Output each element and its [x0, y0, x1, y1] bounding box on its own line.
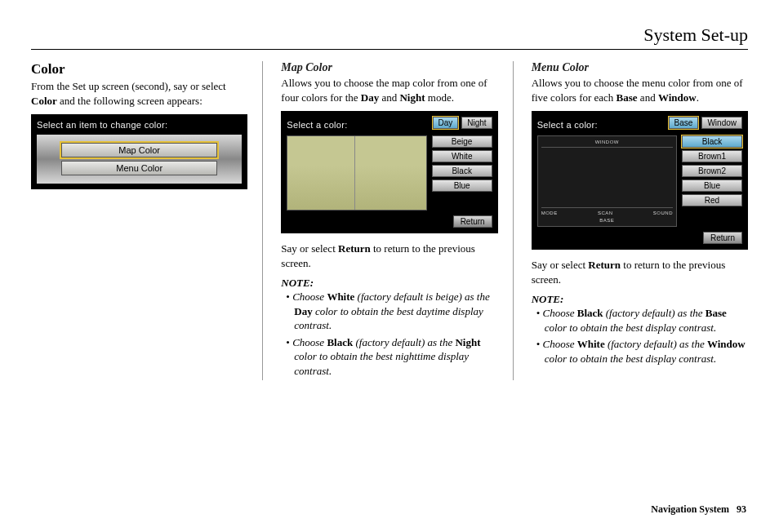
- return-instruction-menu: Say or select Return to return to the pr…: [532, 258, 748, 286]
- text: Choose: [292, 290, 327, 303]
- heading-menu-color: Menu Color: [532, 61, 748, 74]
- ss2-color-options: Beige White Black Blue: [432, 135, 492, 192]
- bold-word: Day: [294, 305, 312, 317]
- text: .: [697, 91, 699, 104]
- return-word: Return: [338, 242, 371, 255]
- note-label-map: NOTE:: [281, 277, 497, 290]
- ss3-preview-base-label: BASE: [541, 218, 673, 223]
- heading-map-color: Map Color: [281, 61, 497, 74]
- return-word: Return: [588, 259, 621, 271]
- content-columns: Color From the Set up screen (second), s…: [31, 61, 748, 380]
- text: and: [638, 91, 658, 104]
- text: and: [379, 91, 399, 104]
- note-item: Choose Black (factory default) as the Ni…: [283, 335, 497, 379]
- ss1-menu-list: Map Color Menu Color: [37, 135, 242, 184]
- ss2-color-blue[interactable]: Blue: [432, 180, 492, 192]
- text: color to obtain the best display contras…: [545, 352, 717, 365]
- ss3-color-options: Black Brown1 Brown2 Blue Red: [682, 135, 742, 206]
- night-word: Night: [399, 91, 425, 104]
- text: screen (second), say or select: [99, 80, 225, 92]
- ss3-color-red[interactable]: Red: [682, 194, 742, 206]
- ss2-tab-row: Day Night: [433, 117, 492, 129]
- page-title: System Set-up: [31, 24, 748, 50]
- ss3-color-brown2[interactable]: Brown2: [682, 165, 742, 177]
- footer-label: Navigation System: [651, 503, 729, 515]
- ss3-menu-preview: WINDOW MODE SCAN SOUND BASE: [537, 135, 677, 227]
- heading-color: Color: [31, 61, 247, 78]
- window-word: Window: [658, 91, 697, 104]
- ss3-return-row: Return: [537, 232, 742, 244]
- return-instruction-map: Say or select Return to return to the pr…: [281, 242, 497, 270]
- screenshot-map-color: Select a color: Day Night Beige White Bl…: [281, 111, 497, 233]
- text: From the: [31, 80, 73, 92]
- bold-word: White: [577, 338, 605, 350]
- screenshot-menu-color: Select a color: Base Window WINDOW MODE …: [532, 111, 748, 250]
- note-item: Choose White (factory default) as the Wi…: [533, 337, 748, 366]
- page-footer: Navigation System 93: [651, 503, 746, 516]
- column-map-color: Map Color Allows you to choose the map c…: [281, 61, 513, 380]
- ss2-color-beige[interactable]: Beige: [432, 135, 492, 148]
- text: Say or select: [281, 242, 338, 255]
- ss3-preview-sound-label: SOUND: [653, 211, 673, 215]
- ss2-tab-night[interactable]: Night: [461, 117, 492, 129]
- text: Choose: [542, 307, 576, 319]
- text: (factory default) as the: [605, 338, 707, 350]
- ss3-prompt: Select a color:: [537, 120, 598, 130]
- ss3-color-blue[interactable]: Blue: [682, 180, 742, 192]
- text: Choose: [542, 338, 576, 350]
- text: and the following screen appears:: [57, 95, 203, 107]
- text: (factory default is beige) as the: [354, 290, 489, 303]
- ss2-return-row: Return: [287, 215, 492, 228]
- footer-page-number: 93: [737, 503, 746, 515]
- intro-color: From the Set up screen (second), say or …: [31, 79, 247, 108]
- bold-word: Black: [577, 307, 603, 319]
- ss3-preview-scan-label: SCAN: [598, 211, 613, 215]
- bold-word: Window: [707, 338, 746, 350]
- ss2-map-preview: [287, 135, 426, 211]
- ss2-color-white[interactable]: White: [432, 150, 492, 162]
- bold-word: Base: [706, 307, 727, 319]
- ss3-return-button[interactable]: Return: [703, 232, 742, 244]
- ss2-color-black[interactable]: Black: [432, 165, 492, 177]
- ss2-prompt: Select a color:: [287, 120, 347, 130]
- note-list-map: Choose White (factory default is beige) …: [281, 290, 497, 378]
- column-menu-color: Menu Color Allows you to choose the menu…: [532, 61, 748, 380]
- ss3-tab-window[interactable]: Window: [701, 117, 742, 129]
- text: (factory default) as the: [353, 336, 455, 348]
- ss3-color-brown1[interactable]: Brown1: [682, 150, 742, 162]
- ss2-return-button[interactable]: Return: [453, 215, 492, 228]
- text: color to obtain the best display contras…: [545, 321, 717, 334]
- ss3-preview-window-label: WINDOW: [541, 140, 673, 144]
- intro-menu-color: Allows you to choose the menu color from…: [532, 76, 748, 104]
- bold-word: Night: [455, 336, 480, 348]
- setup-word: Set up: [73, 80, 100, 92]
- column-color: Color From the Set up screen (second), s…: [31, 61, 263, 380]
- ss3-tab-base[interactable]: Base: [669, 117, 699, 129]
- text: Say or select: [532, 259, 589, 271]
- ss3-preview-mode-label: MODE: [541, 211, 558, 215]
- ss1-map-color-button[interactable]: Map Color: [61, 143, 217, 157]
- text: color to obtain the best daytime display…: [294, 305, 483, 332]
- ss1-prompt: Select an item to change color:: [37, 120, 242, 130]
- text: color to obtain the best nighttime displ…: [294, 350, 469, 377]
- ss3-tab-row: Base Window: [669, 117, 742, 129]
- ss1-menu-color-button[interactable]: Menu Color: [61, 161, 217, 175]
- base-word: Base: [617, 91, 638, 104]
- day-word: Day: [361, 91, 379, 104]
- intro-map-color: Allows you to choose the map color from …: [281, 76, 497, 104]
- bold-word: Black: [327, 336, 353, 348]
- text: Choose: [292, 336, 327, 348]
- color-word: Color: [31, 95, 57, 107]
- text: mode.: [425, 91, 454, 104]
- text: (factory default) as the: [603, 307, 706, 319]
- note-item: Choose White (factory default is beige) …: [283, 290, 497, 333]
- screenshot-select-item: Select an item to change color: Map Colo…: [31, 114, 247, 189]
- note-label-menu: NOTE:: [532, 293, 748, 306]
- note-item: Choose Black (factory default) as the Ba…: [533, 306, 748, 335]
- ss2-tab-day[interactable]: Day: [433, 117, 459, 129]
- note-list-menu: Choose Black (factory default) as the Ba…: [532, 306, 748, 366]
- bold-word: White: [327, 290, 354, 303]
- ss3-color-black[interactable]: Black: [682, 135, 742, 148]
